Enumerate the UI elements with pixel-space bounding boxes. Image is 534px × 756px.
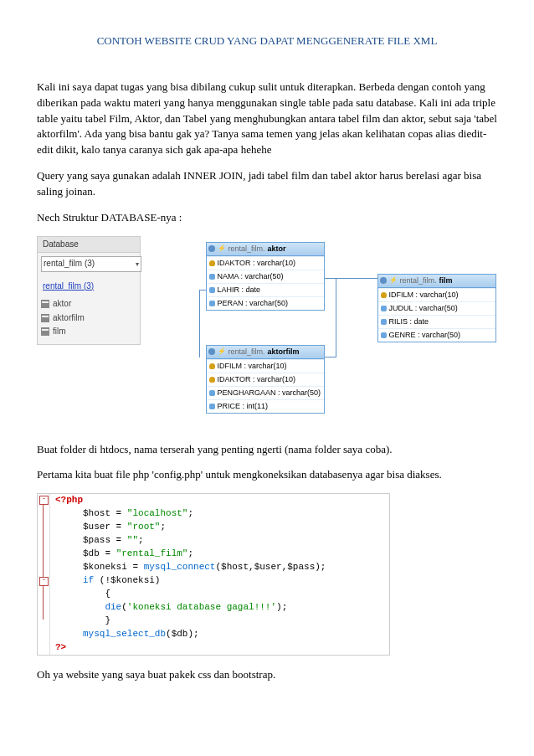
erd-column-label: NAMA : varchar(50) — [218, 271, 284, 282]
erd-column-label: LAHIR : date — [218, 285, 261, 296]
key-icon — [209, 377, 215, 383]
key-icon — [209, 363, 215, 369]
erd-column-label: IDAKTOR : varchar(10) — [218, 258, 295, 269]
erd-table[interactable]: ⚡rental_film.filmIDFILM : varchar(10)JUD… — [377, 274, 496, 342]
code-line: $pass = ""; — [50, 534, 326, 548]
lightning-icon: ⚡ — [218, 244, 226, 254]
database-sidebar: Database rental_film (3) ▾ rental_film (… — [37, 236, 141, 345]
erd-table[interactable]: ⚡rental_film.aktorfilmIDFILM : varchar(1… — [206, 345, 325, 414]
field-icon — [381, 319, 387, 325]
table-icon — [41, 314, 49, 322]
erd-column-label: GENRE : varchar(50) — [389, 330, 461, 341]
erd-column-label: IDFILM : varchar(10) — [218, 361, 287, 372]
page-title: CONTOH WEBSITE CRUD YANG DAPAT MENGGENER… — [37, 33, 497, 49]
erd-column: PERAN : varchar(50) — [207, 296, 324, 310]
erd-relation-line — [323, 278, 378, 280]
erd-column: RILIS : date — [378, 315, 495, 328]
table-icon — [41, 327, 49, 336]
erd-column-label: PERAN : varchar(50) — [218, 298, 289, 309]
database-structure-figure: Database rental_film (3) ▾ rental_film (… — [37, 236, 497, 429]
fold-minus-icon[interactable]: - — [39, 577, 49, 586]
body-paragraph: Kali ini saya dapat tugas yang bisa dibi… — [37, 80, 497, 158]
sidebar-table-item[interactable]: aktorfilm — [41, 311, 136, 326]
erd-relation-line — [323, 357, 336, 358]
erd-column-label: JUDUL : varchar(50) — [389, 303, 458, 314]
sidebar-table-label: aktor — [53, 298, 71, 311]
erd-column: PENGHARGAAN : varchar(50) — [207, 386, 324, 399]
erd-column-label: IDAKTOR : varchar(10) — [218, 374, 295, 385]
body-paragraph: Buat folder di htdocs, nama terserah yan… — [37, 442, 497, 458]
erd-column: JUDUL : varchar(50) — [378, 301, 495, 315]
field-icon — [381, 306, 387, 311]
code-line: $user = "root"; — [50, 521, 326, 534]
lightning-icon: ⚡ — [389, 275, 398, 285]
code-line: mysql_select_db($db); — [50, 628, 326, 641]
erd-table-header: ⚡rental_film.aktorfilm — [207, 346, 324, 359]
erd-column: IDFILM : varchar(10) — [207, 359, 324, 373]
code-gutter: - - — [38, 494, 50, 654]
key-icon — [209, 260, 215, 266]
code-line: ?> — [50, 641, 326, 655]
erd-column-label: RILIS : date — [389, 316, 429, 327]
sidebar-table-item[interactable]: aktor — [41, 297, 136, 311]
field-icon — [209, 404, 215, 409]
field-icon — [381, 332, 387, 338]
php-code-block: - - <?php $host = "localhost"; $user = "… — [37, 493, 390, 655]
field-icon — [209, 287, 215, 293]
field-icon — [209, 274, 215, 280]
sidebar-table-label: aktorfilm — [53, 312, 85, 325]
erd-canvas: ⚡rental_film.aktorIDAKTOR : varchar(10)N… — [147, 236, 497, 429]
code-line: $host = "localhost"; — [50, 507, 326, 521]
database-select-value: rental_film (3) — [44, 258, 95, 270]
erd-column: PRICE : int(11) — [207, 399, 324, 413]
chevron-down-icon: ▾ — [136, 260, 139, 270]
field-icon — [209, 301, 215, 306]
erd-column-label: PRICE : int(11) — [218, 401, 269, 412]
gear-icon — [380, 277, 387, 284]
code-line: $db = "rental_film"; — [50, 548, 326, 561]
erd-column: GENRE : varchar(50) — [378, 328, 495, 342]
erd-column: IDFILM : varchar(10) — [378, 288, 495, 301]
sidebar-table-label: film — [53, 326, 66, 338]
code-line: } — [50, 615, 326, 628]
key-icon — [381, 292, 387, 298]
body-paragraph: Oh ya website yang saya buat pakek css d… — [37, 667, 497, 683]
database-panel-heading: Database — [38, 237, 140, 254]
code-line: <?php — [50, 494, 326, 507]
erd-column-label: IDFILM : varchar(10) — [389, 290, 459, 301]
sidebar-table-item[interactable]: film — [41, 325, 136, 339]
database-select[interactable]: rental_film (3) ▾ — [41, 256, 141, 272]
gear-icon — [208, 245, 215, 252]
erd-column: LAHIR : date — [207, 283, 324, 296]
body-paragraph: Nech Struktur DATABASE-nya : — [37, 210, 497, 226]
fold-minus-icon[interactable]: - — [39, 496, 49, 505]
code-line: die('koneksi database gagal!!!'); — [50, 601, 326, 615]
code-line: $koneksi = mysql_connect($host,$user,$pa… — [50, 561, 326, 574]
erd-column: IDAKTOR : varchar(10) — [207, 373, 324, 386]
erd-column: NAMA : varchar(50) — [207, 270, 324, 283]
body-paragraph: Query yang saya gunakan adalah INNER JOI… — [37, 168, 497, 200]
lightning-icon: ⚡ — [218, 347, 226, 357]
body-paragraph: Pertama kita buat file php 'config.php' … — [37, 467, 497, 483]
erd-table[interactable]: ⚡rental_film.aktorIDAKTOR : varchar(10)N… — [206, 242, 325, 311]
erd-table-header: ⚡rental_film.aktor — [207, 243, 324, 256]
code-line: { — [50, 588, 326, 601]
erd-column-label: PENGHARGAAN : varchar(50) — [218, 388, 321, 399]
code-line: if (!$koneksi) — [50, 574, 326, 588]
erd-relation-line — [336, 278, 337, 357]
erd-table-header: ⚡rental_film.film — [378, 275, 495, 288]
database-schema-link[interactable]: rental_film (3) — [38, 275, 140, 298]
gear-icon — [208, 348, 215, 355]
table-icon — [41, 300, 49, 308]
field-icon — [209, 390, 215, 396]
erd-column: IDAKTOR : varchar(10) — [207, 256, 324, 270]
